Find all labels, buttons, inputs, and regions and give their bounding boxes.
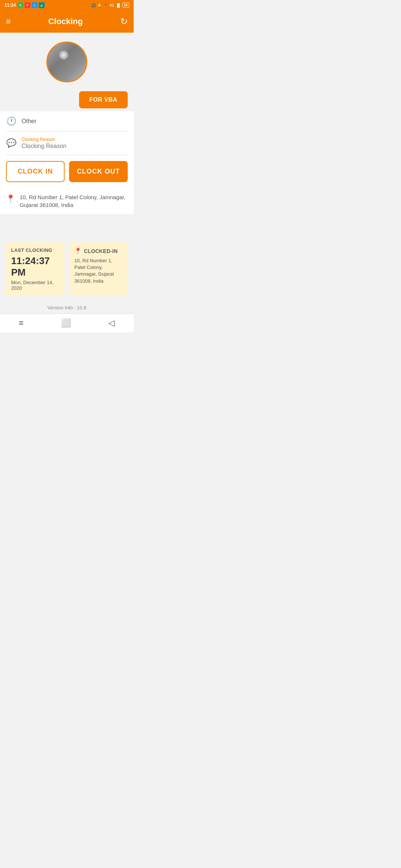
version-info: Version Info : 10.8 (0, 302, 134, 313)
last-clocking-card: LAST CLOCKING 11:24:37 PM Mon, December … (6, 242, 65, 296)
location-address: 10, Rd Number 1, Patel Colony, Jamnagar,… (20, 193, 128, 209)
clocking-reason-content: Clocking Reason (22, 137, 128, 149)
clocked-in-header: 📍 CLOCKED-IN (74, 247, 123, 254)
shift-type-row: 🕐 Other (6, 111, 128, 132)
nav-menu-icon[interactable]: ≡ (19, 318, 24, 328)
app-bar: ≡ Clocking ↻ (0, 10, 134, 33)
avatar[interactable] (46, 42, 87, 82)
hamburger-menu-button[interactable]: ≡ (6, 17, 11, 26)
clock-out-button[interactable]: CLOCK OUT (69, 161, 128, 182)
app-title: Clocking (48, 17, 83, 26)
battery-indicator: 55 (123, 3, 129, 8)
last-clocking-time: 11:24:37 PM (11, 255, 59, 278)
spacer (0, 214, 134, 236)
version-text: Version Info : 10.8 (48, 305, 87, 310)
app-icon-3: f (32, 2, 38, 8)
form-section: 🕐 Other 💬 Clocking Reason (0, 111, 134, 155)
status-bar: 11:24 ✦ T f ▲ 🎧 🔔 📍 4G ▐▌ 55 (0, 0, 134, 10)
app-icon-1: ✦ (17, 2, 23, 8)
clocking-reason-label: Clocking Reason (22, 137, 128, 142)
location-row: 📍 10, Rd Number 1, Patel Colony, Jamnaga… (0, 188, 134, 214)
refresh-button[interactable]: ↻ (120, 16, 128, 27)
reason-field-icon: 💬 (6, 138, 16, 148)
clocking-reason-row: 💬 Clocking Reason (6, 132, 128, 155)
network-icon: 4G (109, 3, 114, 7)
location-status-icon: 📍 (103, 3, 108, 7)
clocked-in-pin-icon: 📍 (74, 247, 82, 254)
bottom-cards: LAST CLOCKING 11:24:37 PM Mon, December … (0, 236, 134, 302)
app-icon-4: ▲ (39, 2, 45, 8)
status-time: 11:24 (4, 3, 16, 8)
shift-type-value: Other (22, 118, 36, 124)
clocked-in-card: 📍 CLOCKED-IN 10, Rd Number 1, Patel Colo… (69, 242, 128, 296)
for-vba-section: FOR VBA (0, 88, 134, 111)
clocking-reason-input[interactable] (22, 143, 128, 149)
nav-back-icon[interactable]: ◁ (108, 318, 115, 328)
last-clocking-date: Mon, December 14, 2020 (11, 280, 59, 291)
for-vba-button[interactable]: FOR VBA (79, 91, 128, 108)
avatar-section (0, 33, 134, 88)
notification-icon: 🔔 (97, 3, 102, 7)
shift-type-content: Other (22, 118, 128, 125)
nav-bar: ≡ ⬜ ◁ (0, 313, 134, 332)
content-area: FOR VBA 🕐 Other 💬 Clocking Reason CLOCK … (0, 33, 134, 332)
clock-in-button[interactable]: CLOCK IN (6, 161, 65, 182)
clocked-in-title: CLOCKED-IN (84, 248, 118, 254)
clocked-in-address: 10, Rd Number 1, Patel Colony, Jamnagar,… (74, 257, 123, 285)
clock-field-icon: 🕐 (6, 116, 16, 126)
last-clocking-title: LAST CLOCKING (11, 247, 59, 253)
location-pin-icon: 📍 (6, 194, 15, 203)
nav-home-icon[interactable]: ⬜ (61, 318, 71, 328)
status-right: 🎧 🔔 📍 4G ▐▌ 55 (91, 3, 129, 8)
avatar-image (48, 43, 86, 81)
app-icon-2: T (25, 2, 30, 8)
headphone-icon: 🎧 (91, 3, 96, 7)
clock-buttons-row: CLOCK IN CLOCK OUT (0, 155, 134, 188)
signal-icon: ▐▌ (116, 3, 121, 7)
